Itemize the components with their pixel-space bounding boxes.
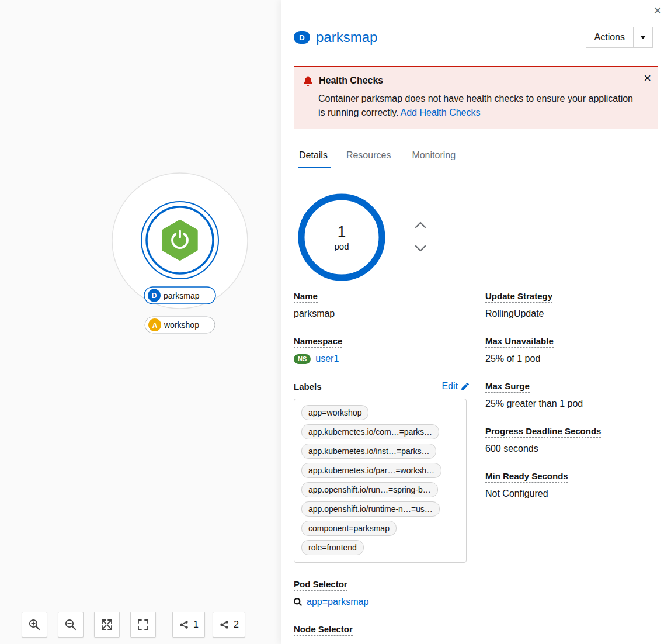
application-badge-letter: A — [152, 321, 158, 330]
application-label-pill[interactable]: A workshop — [145, 317, 215, 333]
detail-namespace: Namespace NS user1 — [294, 336, 474, 365]
min-ready-label: Min Ready Seconds — [485, 471, 660, 481]
label-tag[interactable]: app.openshift.io/runtime-n…=us… — [301, 501, 440, 517]
zoom-out-icon — [64, 618, 78, 632]
label-tag[interactable]: app.kubernetes.io/par…=worksh… — [301, 463, 441, 478]
details-left-column: Name parksmap Namespace NS user1 Labels … — [294, 291, 474, 644]
application-label: workshop — [164, 320, 199, 330]
add-health-checks-link[interactable]: Add Health Checks — [401, 108, 481, 117]
detail-pod-selector: Pod Selector app=parksmap — [294, 579, 474, 608]
node-count-1: 1 — [193, 619, 199, 630]
chevron-down-icon — [415, 245, 426, 252]
chevron-up-icon — [415, 221, 426, 228]
tab-bar: Details Resources Monitoring — [294, 144, 671, 168]
topology-count-badges: 1 2 — [172, 612, 245, 638]
details-right-column: Update Strategy RollingUpdate Max Unavai… — [485, 291, 660, 644]
node-count-2: 2 — [234, 619, 239, 630]
fullscreen-icon — [136, 618, 150, 632]
actions-label: Actions — [586, 27, 633, 47]
pod-selector-label: Pod Selector — [294, 579, 474, 589]
search-icon — [294, 598, 302, 606]
topology-controls — [22, 612, 156, 638]
workload-node[interactable] — [141, 202, 218, 279]
zoom-out-button[interactable] — [58, 612, 84, 638]
tab-monitoring[interactable]: Monitoring — [401, 144, 466, 168]
namespace-link[interactable]: user1 — [315, 353, 339, 365]
min-ready-value: Not Configured — [485, 488, 660, 500]
pod-selector-link[interactable]: app=parksmap — [307, 596, 368, 608]
node-count-badge-1[interactable]: 1 — [172, 612, 205, 638]
detail-update-strategy: Update Strategy RollingUpdate — [485, 291, 660, 320]
detail-min-ready: Min Ready Seconds Not Configured — [485, 471, 660, 500]
max-surge-label: Max Surge — [485, 381, 660, 391]
scale-up-button[interactable] — [410, 219, 431, 233]
update-strategy-label: Update Strategy — [485, 291, 660, 301]
graph-icon — [219, 619, 230, 630]
namespace-badge: NS — [294, 354, 311, 364]
label-tag[interactable]: app.openshift.io/run…=spring-b… — [301, 482, 438, 497]
chevron-down-icon — [634, 27, 652, 47]
pod-unit: pod — [334, 241, 349, 251]
label-tag[interactable]: app.kubernetes.io/com…=parks… — [301, 424, 439, 439]
pod-count: 1 — [338, 223, 346, 240]
name-value: parksmap — [294, 308, 474, 320]
tab-details[interactable]: Details — [294, 144, 336, 168]
zoom-in-button[interactable] — [22, 612, 47, 638]
alert-body: Container parksmap does not have health … — [318, 92, 638, 120]
deployment-badge-letter: D — [152, 292, 157, 300]
detail-max-surge: Max Surge 25% greater than 1 pod — [485, 381, 660, 410]
details-side-panel: × D parksmap Actions Health Checks × Con… — [281, 0, 671, 644]
tab-resources[interactable]: Resources — [336, 144, 401, 168]
detail-labels: Labels Edit app=workshop app.kubernetes.… — [294, 381, 474, 563]
max-unavailable-value: 25% of 1 pod — [485, 353, 660, 365]
label-tag[interactable]: role=frontend — [301, 540, 364, 555]
labels-group: app=workshop app.kubernetes.io/com…=park… — [294, 399, 467, 563]
zoom-in-icon — [27, 618, 41, 632]
labels-label: Labels — [294, 382, 322, 392]
max-surge-value: 25% greater than 1 pod — [485, 398, 660, 410]
fit-to-screen-button[interactable] — [94, 612, 120, 638]
deployment-badge: D — [294, 31, 310, 44]
health-checks-alert: Health Checks × Container parksmap does … — [294, 66, 658, 129]
detail-max-unavailable: Max Unavailable 25% of 1 pod — [485, 336, 660, 365]
detail-name: Name parksmap — [294, 291, 474, 320]
node-selector-label: Node Selector — [294, 624, 474, 634]
alert-close-icon[interactable]: × — [644, 72, 651, 85]
expand-arrows-icon — [100, 618, 114, 632]
label-tag[interactable]: component=parksmap — [301, 521, 397, 536]
node-count-badge-2[interactable]: 2 — [213, 612, 245, 638]
node-label-pill[interactable]: D parksmap — [144, 287, 215, 304]
max-unavailable-label: Max Unavailable — [485, 336, 660, 346]
namespace-label: Namespace — [294, 336, 474, 346]
node-label: parksmap — [164, 291, 200, 300]
pod-donut-chart[interactable]: 1 pod — [298, 193, 385, 281]
bell-icon — [303, 76, 313, 86]
close-icon[interactable]: × — [653, 4, 662, 18]
details-grid: Name parksmap Namespace NS user1 Labels … — [281, 281, 671, 644]
pod-donut-section: 1 pod — [298, 193, 671, 281]
labels-edit-button[interactable]: Edit — [441, 381, 469, 392]
pencil-icon — [461, 383, 469, 390]
progress-deadline-value: 600 seconds — [485, 443, 660, 455]
app-root: D parksmap A workshop — [0, 0, 671, 644]
progress-deadline-label: Progress Deadline Seconds — [485, 426, 660, 436]
label-tag[interactable]: app.kubernetes.io/inst…=parks… — [301, 444, 436, 459]
actions-dropdown[interactable]: Actions — [586, 27, 653, 48]
scale-down-button[interactable] — [410, 243, 431, 256]
alert-title: Health Checks — [319, 75, 383, 86]
page-title[interactable]: parksmap — [316, 29, 377, 46]
panel-header: D parksmap Actions — [281, 0, 671, 48]
graph-icon — [179, 619, 189, 630]
topology-canvas[interactable]: D parksmap A workshop — [0, 0, 281, 644]
detail-progress-deadline: Progress Deadline Seconds 600 seconds — [485, 426, 660, 455]
label-tag[interactable]: app=workshop — [301, 405, 368, 420]
spring-boot-icon — [164, 221, 196, 259]
detail-node-selector: Node Selector — [294, 624, 474, 634]
reset-view-button[interactable] — [130, 612, 156, 638]
pod-scalers — [410, 219, 431, 256]
name-label: Name — [294, 291, 474, 301]
update-strategy-value: RollingUpdate — [485, 308, 660, 320]
